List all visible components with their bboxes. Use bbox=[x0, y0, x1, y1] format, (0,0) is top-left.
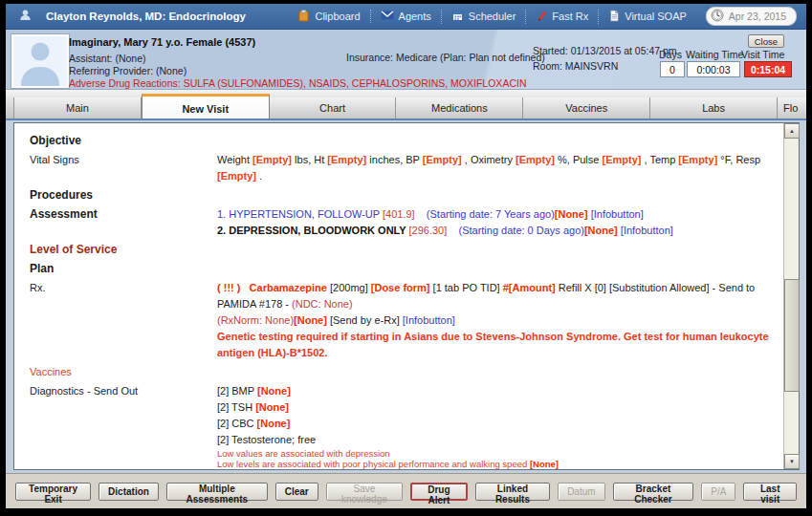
note-block: Vital SignsWeight [Empty] lbs, Ht [Empty… bbox=[30, 152, 779, 184]
section-body: [2] BMP [None][2] TSH [None][2] CBC [Non… bbox=[217, 383, 779, 469]
scheduler-button[interactable]: Scheduler bbox=[441, 10, 526, 24]
note-block: Diagnostics - Send Out[2] BMP [None][2] … bbox=[30, 383, 779, 469]
tab-new-visit[interactable]: New Visit bbox=[142, 94, 270, 120]
agents-button[interactable]: Agents bbox=[370, 10, 441, 23]
section-label: Level of Service bbox=[30, 242, 217, 258]
section-label: Objective bbox=[30, 133, 217, 149]
clipboard-label: Clipboard bbox=[315, 11, 360, 22]
note-block: Assessment1. HYPERTENSION, FOLLOW-UP [40… bbox=[30, 206, 779, 239]
patient-insurance: Insurance: Medicare (Plan: Plan not defi… bbox=[346, 52, 545, 63]
visit-time-value: 0:15:04 bbox=[744, 61, 792, 77]
note-block: Rx.( !!! ) Carbamazepine [200mg] [Dose f… bbox=[30, 280, 779, 361]
tab-medications[interactable]: Medications bbox=[396, 97, 523, 118]
footer-toolbar: Temporary ExitDictationMultiple Assessme… bbox=[6, 473, 806, 508]
note-block: Plan bbox=[30, 261, 779, 277]
datum-button: Datum bbox=[558, 483, 604, 501]
section-label: Procedures bbox=[30, 187, 217, 204]
section-body: 1. HYPERTENSION, FOLLOW-UP [401.9] (Star… bbox=[217, 206, 779, 239]
scrollbar-thumb[interactable] bbox=[784, 279, 800, 392]
note-block: Procedures bbox=[30, 187, 779, 204]
tab-vaccines[interactable]: Vaccines bbox=[523, 97, 650, 118]
section-body: ( !!! ) Carbamazepine [200mg] [Dose form… bbox=[217, 280, 779, 361]
dictation-button[interactable]: Dictation bbox=[99, 483, 159, 501]
section-body bbox=[217, 242, 779, 258]
date-picker[interactable]: Apr 23, 2015 bbox=[706, 7, 797, 26]
section-body: Weight [Empty] lbs, Ht [Empty] inches, B… bbox=[217, 152, 779, 184]
note-line[interactable]: 1. HYPERTENSION, FOLLOW-UP [401.9] (Star… bbox=[217, 206, 779, 223]
tab-chart[interactable]: Chart bbox=[270, 97, 397, 118]
section-body bbox=[217, 261, 779, 277]
document-icon bbox=[608, 10, 620, 24]
bracket-checker-button[interactable]: Bracket Checker bbox=[613, 483, 694, 501]
note-line[interactable]: [2] TSH [None] bbox=[217, 399, 779, 416]
soap-note-panel: ObjectiveVital SignsWeight [Empty] lbs, … bbox=[13, 122, 800, 470]
note-line[interactable]: [2] Testosterone; free bbox=[217, 432, 779, 448]
temporary-exit-button[interactable]: Temporary Exit bbox=[15, 483, 91, 501]
section-label: Assessment bbox=[30, 206, 217, 239]
fast-rx-label: Fast Rx bbox=[552, 11, 588, 22]
vertical-scrollbar[interactable]: ▲ ▼ bbox=[783, 123, 799, 469]
days-label: Days bbox=[659, 49, 682, 60]
waiting-time-label: Waiting Time bbox=[686, 49, 743, 60]
days-value: 0 bbox=[660, 61, 685, 77]
fast-rx-button[interactable]: Fast Rx bbox=[525, 10, 598, 24]
note-content: ObjectiveVital SignsWeight [Empty] lbs, … bbox=[14, 123, 783, 469]
agents-label: Agents bbox=[399, 11, 431, 22]
waiting-time-value: 0:00:03 bbox=[687, 61, 740, 77]
clear-button[interactable]: Clear bbox=[275, 483, 318, 501]
save-knowledge-button: Save knowledge bbox=[326, 483, 403, 501]
close-button[interactable]: Close bbox=[748, 34, 784, 48]
note-block: Level of Service bbox=[30, 242, 779, 258]
note-line[interactable]: [2] CBC [None] bbox=[217, 416, 779, 432]
note-block: Objective bbox=[30, 133, 779, 149]
note-line[interactable]: [2] BMP [None] bbox=[217, 383, 779, 399]
drug-alert-button[interactable]: Drug Alert bbox=[410, 483, 468, 501]
provider-title: Clayton Reynolds, MD: Endocrinology bbox=[46, 11, 246, 22]
content-area: ObjectiveVital SignsWeight [Empty] lbs, … bbox=[6, 120, 806, 473]
note-line[interactable]: Low levels are associated with poor phys… bbox=[217, 459, 779, 469]
titlebar: Clayton Reynolds, MD: Endocrinology Clip… bbox=[6, 4, 806, 30]
virtual-soap-label: Virtual SOAP bbox=[625, 11, 687, 22]
scroll-up-arrow[interactable]: ▲ bbox=[784, 123, 800, 139]
section-label: Vital Signs bbox=[30, 152, 217, 184]
envelope-icon bbox=[381, 10, 394, 23]
note-line[interactable]: 2. DEPRESSION, BLOODWORK ONLY [296.30] (… bbox=[217, 223, 779, 239]
scroll-down-arrow[interactable]: ▼ bbox=[784, 454, 800, 469]
patient-referring-provider: Referring Provider: (None) bbox=[69, 65, 187, 76]
section-body bbox=[217, 133, 779, 149]
tab-flo[interactable]: Flo bbox=[778, 97, 806, 118]
clipboard-button[interactable]: Clipboard bbox=[288, 10, 369, 24]
app-window: Clayton Reynolds, MD: Endocrinology Clip… bbox=[6, 4, 806, 508]
section-label: Plan bbox=[30, 261, 217, 277]
note-line[interactable]: (RxNorm: None)[None] [Send by e-Rx] [Inf… bbox=[217, 312, 779, 329]
visit-started: Started: 01/13/2015 at 05:47 pm bbox=[533, 45, 677, 56]
date-value: Apr 23, 2015 bbox=[729, 11, 786, 22]
tab-labs[interactable]: Labs bbox=[650, 97, 778, 118]
note-line[interactable]: Genetic testing required if starting in … bbox=[217, 329, 779, 361]
section-label: Vaccines bbox=[30, 364, 217, 380]
p-a-button: P/A bbox=[701, 483, 735, 501]
note-line[interactable]: Low values are associated with depressio… bbox=[217, 448, 779, 459]
multiple-assessments-button[interactable]: Multiple Assessments bbox=[166, 483, 268, 501]
section-body bbox=[217, 187, 779, 204]
last-visit-button[interactable]: Last visit bbox=[743, 483, 797, 501]
adverse-drug-reactions: Adverse Drug Reactions: SULFA (SULFONAMI… bbox=[69, 77, 526, 89]
tab-main[interactable]: Main bbox=[13, 97, 142, 118]
section-body bbox=[217, 364, 779, 380]
provider-icon bbox=[19, 8, 32, 25]
note-block: Vaccines bbox=[30, 364, 779, 380]
virtual-soap-button[interactable]: Virtual SOAP bbox=[598, 10, 696, 24]
note-line[interactable]: ( !!! ) Carbamazepine [200mg] [Dose form… bbox=[217, 280, 779, 312]
scheduler-label: Scheduler bbox=[469, 11, 516, 22]
clipboard-icon bbox=[297, 10, 310, 24]
patient-assistant: Assistant: (None) bbox=[69, 53, 146, 64]
clock-icon bbox=[711, 9, 724, 24]
patient-header: Imaginary, Mary 71 y.o. Female (4537) As… bbox=[6, 30, 806, 90]
patient-avatar bbox=[11, 34, 69, 88]
calendar-icon bbox=[451, 10, 464, 24]
linked-results-button[interactable]: Linked Results bbox=[475, 483, 550, 501]
visit-room: Room: MAINSVRN bbox=[533, 60, 618, 72]
note-line[interactable]: Weight [Empty] lbs, Ht [Empty] inches, B… bbox=[217, 152, 779, 184]
pen-icon bbox=[536, 10, 547, 24]
section-label: Diagnostics - Send Out bbox=[30, 383, 217, 469]
